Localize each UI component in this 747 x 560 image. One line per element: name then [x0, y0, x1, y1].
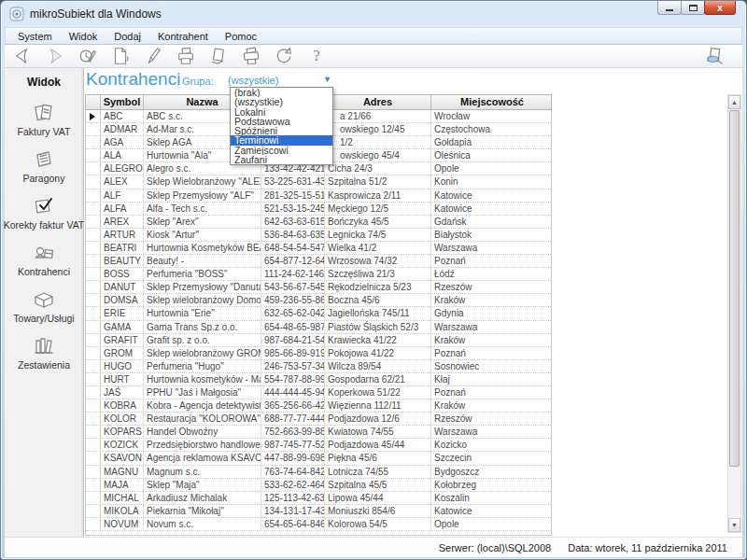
sidebar-item-faktury-vat[interactable]: Faktury VAT [18, 101, 71, 137]
menu-item-widok[interactable]: Widok [61, 29, 106, 44]
cell-symbol: ALF [101, 189, 144, 202]
dropdown-option[interactable]: Lokalni [231, 107, 332, 117]
table-row[interactable]: ALF Sklep Przemysłowy "ALF" 281-325-15-5… [86, 189, 551, 203]
table-row[interactable]: KSAVON Agencja reklamowa KSAVON 447-88-9… [86, 452, 551, 465]
table-row[interactable]: KOPARS Handel Obwoźny 752-663-99-88 Kwia… [86, 426, 551, 439]
cell-symbol: MAGNU [101, 466, 144, 478]
table-row[interactable]: KOZICK Przedsiębiorstwo handlowe 987-745… [86, 439, 551, 452]
scroll-down-button[interactable]: ▼ [728, 518, 740, 532]
cell-adres: Cicha 24/3 [325, 162, 431, 175]
header-cell-selector [86, 95, 101, 109]
dropdown-option[interactable]: (wszystkie) [231, 97, 332, 106]
table-row[interactable]: GROM Sklep wielobranżowy GROM 985-66-89-… [86, 347, 551, 360]
cell-symbol: MIKOLA [101, 505, 144, 517]
cell-miejscowosc: Bydgoszcz [431, 466, 552, 478]
edit-icon[interactable] [141, 46, 165, 67]
exit-icon[interactable] [702, 46, 726, 67]
table-row[interactable]: KOBRA Kobra - Agencja detektywistyc 365-… [86, 399, 551, 413]
cell-symbol: NOVUM [101, 518, 144, 530]
header-cell-symbol[interactable]: Symbol [101, 95, 144, 109]
table-row[interactable]: BOSS Perfumeria "BOSS" 111-24-62-146 Szc… [86, 268, 551, 281]
menu-item-pomoc[interactable]: Pomoc [217, 29, 265, 44]
header-cell-adres[interactable]: Adres [325, 95, 431, 109]
scroll-thumb[interactable] [729, 110, 740, 467]
print-preview-icon[interactable] [206, 46, 231, 67]
sidebar-item-zestawienia[interactable]: Zestawienia [18, 334, 70, 371]
corrections-icon [30, 194, 58, 218]
forward-icon[interactable] [43, 46, 67, 67]
cell-nip: 246-753-57-34 [261, 360, 325, 372]
refresh-icon[interactable] [272, 46, 296, 67]
sidebar-item-towary-uslugi[interactable]: Towary/Usługi [13, 287, 74, 324]
dropdown-option[interactable]: Podstawowa [231, 117, 332, 126]
cell-miejscowosc: Poznań [431, 386, 552, 399]
menu-item-kontrahent[interactable]: Kontrahent [149, 29, 217, 44]
table-row[interactable]: GRAFIT Grafit sp. z o.o. 987-684-21-54 K… [86, 334, 551, 347]
dropdown-option[interactable]: Terminowi [231, 135, 332, 145]
cell-nazwa: Handel Obwoźny [144, 426, 261, 438]
row-selector-cell [86, 479, 101, 491]
table-row[interactable]: ALFA Alfa - Tech s.c. 521-53-15-245 Męck… [86, 203, 551, 216]
cell-nip: 459-236-55-86 [261, 294, 325, 306]
print-copies-icon[interactable] [239, 46, 263, 67]
cell-nip: 533-62-62-464 [261, 479, 325, 491]
cell-adres: Szczęśliwa 21/3 [325, 268, 431, 280]
cell-nazwa: Kiosk "Artur" [144, 229, 261, 241]
cell-miejscowosc: Szczecin [431, 452, 552, 464]
table-row[interactable]: BEAUTY Beauty! - 654-877-12-64 Wrzosowa … [86, 255, 551, 268]
table-row[interactable]: ALEX Sklep Wielobranżowy "ALEX 53-225-63… [86, 175, 551, 189]
dropdown-option[interactable]: Zaufani [231, 155, 332, 164]
dropdown-option[interactable]: Zamiejscowi [231, 146, 332, 155]
table-row[interactable]: MICHAL Arkadiusz Michalak 125-113-42-63 … [86, 492, 551, 505]
cell-adres: Krawiecka 41/22 [325, 334, 431, 346]
cell-nip: 447-88-99-698 [261, 452, 325, 464]
new-document-icon[interactable] [108, 46, 133, 67]
dropdown-option[interactable]: Spóźnieni [231, 126, 332, 135]
dropdown-option[interactable]: (brak) [231, 88, 332, 97]
table-row[interactable]: BEATRI Hurtownia Kosmetyków BEAT 648-54-… [86, 242, 551, 255]
table-row[interactable]: ARTUR Kiosk "Artur" 536-84-63-635 Legnic… [86, 229, 551, 242]
maximize-button[interactable] [681, 1, 705, 15]
row-selector-cell [86, 294, 101, 306]
page-title: Kontrahenci [86, 69, 180, 90]
table-row[interactable]: ERIE Hurtownia "Erie" 632-65-62-042 Jagi… [86, 307, 551, 320]
cell-adres: Pokojowa 41/22 [325, 347, 431, 359]
table-row[interactable]: MAJA Sklep "Maja" 533-62-62-464 Szpitaln… [86, 479, 551, 492]
app-window: mikroSubiekt dla Windows x System Widok … [0, 0, 747, 560]
chevron-down-icon[interactable]: ▼ [323, 75, 331, 84]
cell-miejscowosc: Opole [431, 518, 552, 530]
help-icon[interactable]: ? [304, 46, 329, 67]
cell-adres: Wrzosowa 74/32 [325, 255, 431, 267]
vertical-scrollbar[interactable]: ▲ ▼ [727, 94, 741, 533]
header-cell-miejscowosc[interactable]: Miejscowość [431, 95, 553, 109]
table-row[interactable]: JAŚ PPHU "Jaś i Małgosia" 444-444-45-94 … [86, 386, 551, 399]
sidebar-item-korekty-faktur-vat[interactable]: Korekty faktur VAT [4, 194, 85, 231]
menu-item-dodaj[interactable]: Dodaj [106, 29, 149, 44]
scroll-up-button[interactable]: ▲ [728, 95, 740, 109]
table-row[interactable]: NOVUM Novum s.c. 654-65-64-846 Kolorowa … [86, 518, 551, 531]
titlebar[interactable]: mikroSubiekt dla Windows x [1, 1, 746, 27]
sidebar-item-kontrahenci[interactable]: Kontrahenci [18, 241, 70, 277]
cell-adres: a 21/66 [325, 110, 431, 122]
sidebar-item-paragony[interactable]: Paragony [23, 147, 65, 184]
close-button[interactable]: x [704, 1, 736, 15]
table-row[interactable]: AREX Sklep "Arex" 642-63-63-615 Bończyka… [86, 216, 551, 229]
minimize-button[interactable] [657, 1, 682, 15]
print-icon[interactable] [174, 46, 198, 67]
group-combobox[interactable]: (wszystkie) [228, 75, 278, 86]
back-icon[interactable] [10, 46, 35, 67]
table-row[interactable]: MAGNU Magnum s.c. 763-74-64-842 Lotnicza… [86, 466, 551, 479]
row-selector-cell [86, 110, 101, 122]
table-row[interactable]: GAMA Gama Trans Sp.z o.o. 654-48-65-987 … [86, 321, 551, 334]
cell-nip: 763-74-64-842 [261, 466, 325, 478]
table-row[interactable]: KOLOR Restauracja "KOLOROWA" 688-77-77-4… [86, 413, 551, 426]
table-row[interactable]: DOMSA Sklep wielobranżowy Domosa 459-236… [86, 294, 551, 307]
menu-item-system[interactable]: System [9, 29, 61, 44]
table-row[interactable]: HURT Hurtownia kosmetyków - Małg 554-787… [86, 373, 551, 386]
row-selector-cell [86, 242, 101, 254]
table-row[interactable]: DANUT Sklep Przemysłowy "Danuta" 543-56-… [86, 281, 551, 294]
history-icon[interactable] [76, 46, 100, 67]
table-row[interactable]: HUGO Perfumeria "Hugo" 246-753-57-34 Wil… [86, 360, 551, 373]
table-row[interactable]: MIKOLA Piekarnia "Mikołaj" 134-131-17-43… [86, 505, 551, 518]
row-selector-cell [86, 255, 101, 267]
